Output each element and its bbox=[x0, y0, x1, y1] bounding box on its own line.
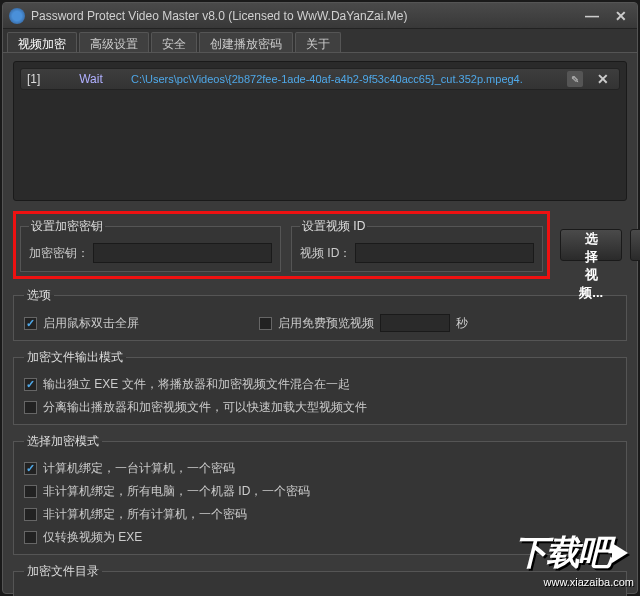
tab-video-encrypt[interactable]: 视频加密 bbox=[7, 32, 77, 52]
video-id-legend: 设置视频 ID bbox=[300, 218, 367, 235]
video-id-section: 设置视频 ID 视频 ID： bbox=[291, 218, 543, 272]
remove-file-button[interactable]: ✕ bbox=[593, 71, 613, 87]
action-buttons: 选择视频... 加密 bbox=[560, 211, 640, 279]
free-preview-checkbox[interactable] bbox=[259, 317, 272, 330]
tab-advanced[interactable]: 高级设置 bbox=[79, 32, 149, 52]
close-button[interactable]: ✕ bbox=[611, 8, 631, 24]
output-exe-label: 输出独立 EXE 文件，将播放器和加密视频文件混合在一起 bbox=[43, 376, 350, 393]
settings-row: 设置加密密钥 加密密钥： 设置视频 ID 视频 ID： 选择视频... 加密 bbox=[13, 211, 627, 279]
tab-bar: 视频加密 高级设置 安全 创建播放密码 关于 bbox=[3, 29, 637, 53]
tab-about[interactable]: 关于 bbox=[295, 32, 341, 52]
dblclick-fullscreen-checkbox[interactable] bbox=[24, 317, 37, 330]
window-title: Password Protect Video Master v8.0 (Lice… bbox=[31, 9, 581, 23]
minimize-button[interactable]: — bbox=[581, 8, 603, 24]
non-pc-machineid-label: 非计算机绑定，所有电脑，一个机器 ID，一个密码 bbox=[43, 483, 310, 500]
dblclick-fullscreen-label: 启用鼠标双击全屏 bbox=[43, 315, 139, 332]
seconds-label: 秒 bbox=[456, 315, 468, 332]
preview-seconds-input[interactable] bbox=[380, 314, 450, 332]
output-mode-legend: 加密文件输出模式 bbox=[24, 349, 126, 366]
select-video-button[interactable]: 选择视频... bbox=[560, 229, 622, 261]
video-id-label: 视频 ID： bbox=[300, 245, 351, 262]
output-separate-checkbox[interactable] bbox=[24, 401, 37, 414]
output-exe-checkbox[interactable] bbox=[24, 378, 37, 391]
pc-bind-label: 计算机绑定，一台计算机，一个密码 bbox=[43, 460, 235, 477]
output-dir-legend: 加密文件目录 bbox=[24, 563, 102, 580]
content-area: [1] Wait C:\Users\pc\Videos\{2b872fee-1a… bbox=[3, 53, 637, 596]
titlebar-buttons: — ✕ bbox=[581, 8, 631, 24]
convert-only-checkbox[interactable] bbox=[24, 531, 37, 544]
non-pc-machineid-checkbox[interactable] bbox=[24, 485, 37, 498]
free-preview-label: 启用免费预览视频 bbox=[278, 315, 374, 332]
file-row[interactable]: [1] Wait C:\Users\pc\Videos\{2b872fee-1a… bbox=[20, 68, 620, 90]
file-index: [1] bbox=[27, 72, 51, 86]
options-section: 选项 启用鼠标双击全屏 启用免费预览视频 秒 bbox=[13, 287, 627, 341]
video-id-input[interactable] bbox=[355, 243, 534, 263]
file-list-panel: [1] Wait C:\Users\pc\Videos\{2b872fee-1a… bbox=[13, 61, 627, 201]
tab-security[interactable]: 安全 bbox=[151, 32, 197, 52]
app-window: Password Protect Video Master v8.0 (Lice… bbox=[2, 2, 638, 594]
non-pc-all-label: 非计算机绑定，所有计算机，一个密码 bbox=[43, 506, 247, 523]
output-separate-label: 分离输出播放器和加密视频文件，可以快速加载大型视频文件 bbox=[43, 399, 367, 416]
convert-only-label: 仅转换视频为 EXE bbox=[43, 529, 142, 546]
app-icon bbox=[9, 8, 25, 24]
encrypt-mode-section: 选择加密模式 计算机绑定，一台计算机，一个密码 非计算机绑定，所有电脑，一个机器… bbox=[13, 433, 627, 555]
encryption-key-input[interactable] bbox=[93, 243, 272, 263]
pc-bind-checkbox[interactable] bbox=[24, 462, 37, 475]
encryption-key-label: 加密密钥： bbox=[29, 245, 89, 262]
highlighted-area: 设置加密密钥 加密密钥： 设置视频 ID 视频 ID： bbox=[13, 211, 550, 279]
encryption-key-legend: 设置加密密钥 bbox=[29, 218, 105, 235]
edit-icon[interactable]: ✎ bbox=[567, 71, 583, 87]
encryption-key-section: 设置加密密钥 加密密钥： bbox=[20, 218, 281, 272]
tab-create-password[interactable]: 创建播放密码 bbox=[199, 32, 293, 52]
encrypt-mode-legend: 选择加密模式 bbox=[24, 433, 102, 450]
file-status: Wait bbox=[61, 72, 121, 86]
encrypt-button[interactable]: 加密 bbox=[630, 229, 640, 261]
titlebar[interactable]: Password Protect Video Master v8.0 (Lice… bbox=[3, 3, 637, 29]
output-dir-section: 加密文件目录 bbox=[13, 563, 627, 596]
non-pc-all-checkbox[interactable] bbox=[24, 508, 37, 521]
options-legend: 选项 bbox=[24, 287, 54, 304]
output-mode-section: 加密文件输出模式 输出独立 EXE 文件，将播放器和加密视频文件混合在一起 分离… bbox=[13, 349, 627, 425]
file-path: C:\Users\pc\Videos\{2b872fee-1ade-40af-a… bbox=[131, 73, 557, 85]
